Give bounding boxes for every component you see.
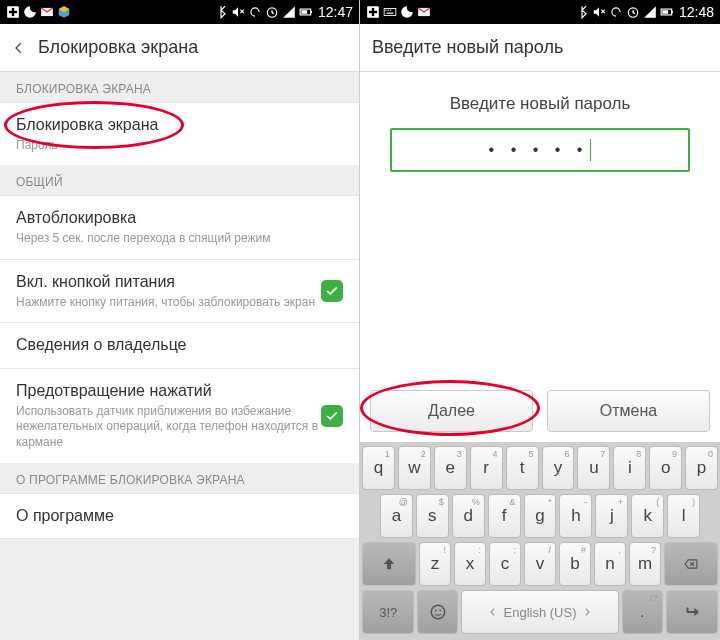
svg-rect-12 <box>385 10 386 11</box>
key-a[interactable]: a@ <box>380 494 413 538</box>
moon-icon <box>400 5 414 19</box>
plus-icon <box>6 5 20 19</box>
key-b[interactable]: b# <box>559 542 591 586</box>
svg-rect-19 <box>672 11 673 13</box>
status-bar: 12:48 <box>360 0 720 24</box>
page-title: Блокировка экрана <box>38 37 198 58</box>
item-sub: Пароль <box>16 138 343 154</box>
key-m[interactable]: m? <box>629 542 661 586</box>
key-y[interactable]: y6 <box>542 446 575 490</box>
back-icon[interactable] <box>12 41 26 55</box>
checkbox-checked-icon[interactable] <box>321 280 343 302</box>
keyboard-icon <box>383 5 397 19</box>
section-lock: БЛОКИРОВКА ЭКРАНА <box>0 72 359 102</box>
svg-rect-2 <box>9 11 17 13</box>
svg-rect-20 <box>662 10 668 14</box>
key-j[interactable]: j+ <box>595 494 628 538</box>
item-auto-lock[interactable]: Автоблокировка Через 5 сек. после перехо… <box>0 195 359 258</box>
battery-icon <box>660 5 674 19</box>
key-n[interactable]: n, <box>594 542 626 586</box>
password-input[interactable]: • • • • • <box>390 128 690 172</box>
symbols-key[interactable]: 3!? <box>362 590 414 634</box>
item-owner-info[interactable]: Сведения о владельце <box>0 322 359 368</box>
app-bar: Введите новый пароль <box>360 24 720 72</box>
svg-point-21 <box>431 605 445 619</box>
key-h[interactable]: h- <box>559 494 592 538</box>
svg-rect-14 <box>390 10 391 11</box>
svg-rect-6 <box>311 11 312 13</box>
item-power-button-lock[interactable]: Вкл. кнопкой питания Нажмите кнопку пита… <box>0 259 359 322</box>
svg-rect-15 <box>387 13 394 14</box>
svg-point-22 <box>435 610 437 612</box>
emoji-key[interactable] <box>417 590 458 634</box>
battery-icon <box>299 5 313 19</box>
alarm-icon <box>265 5 279 19</box>
key-v[interactable]: v/ <box>524 542 556 586</box>
svg-rect-10 <box>369 11 377 13</box>
item-title: Блокировка экрана <box>16 115 343 136</box>
cancel-button[interactable]: Отмена <box>547 390 710 432</box>
shift-key[interactable] <box>362 542 416 586</box>
key-x[interactable]: x: <box>454 542 486 586</box>
key-q[interactable]: q1 <box>362 446 395 490</box>
key-l[interactable]: l) <box>667 494 700 538</box>
password-dots: • • • • • <box>489 141 589 159</box>
next-button[interactable]: Далее <box>370 390 533 432</box>
item-lock-screen[interactable]: Блокировка экрана Пароль <box>0 102 359 165</box>
soft-keyboard: q1w2e3r4t5y6u7i8o9p0 a@s$d%f&g*h-j+k(l) … <box>360 442 720 640</box>
bluetooth-icon <box>575 5 589 19</box>
enter-key[interactable] <box>666 590 718 634</box>
phone-settings: 12:47 Блокировка экрана БЛОКИРОВКА ЭКРАН… <box>0 0 360 640</box>
key-d[interactable]: d% <box>452 494 485 538</box>
sync-icon <box>609 5 623 19</box>
app-bar: Блокировка экрана <box>0 24 359 72</box>
key-u[interactable]: u7 <box>577 446 610 490</box>
page-title: Введите новый пароль <box>372 37 563 58</box>
key-p[interactable]: p0 <box>685 446 718 490</box>
svg-rect-13 <box>388 10 389 11</box>
key-e[interactable]: e3 <box>434 446 467 490</box>
item-about[interactable]: О программе <box>0 493 359 540</box>
item-prevent-touch[interactable]: Предотвращение нажатий Использовать датч… <box>0 368 359 463</box>
settings-list[interactable]: БЛОКИРОВКА ЭКРАНА Блокировка экрана Паро… <box>0 72 359 640</box>
signal-icon <box>282 5 296 19</box>
mail-icon <box>40 5 54 19</box>
sync-icon <box>248 5 262 19</box>
key-f[interactable]: f& <box>488 494 521 538</box>
bluetooth-icon <box>214 5 228 19</box>
checkbox-checked-icon[interactable] <box>321 405 343 427</box>
clock-text: 12:47 <box>318 4 353 20</box>
mute-icon <box>231 5 245 19</box>
cube-icon <box>57 5 71 19</box>
moon-icon <box>23 5 37 19</box>
password-prompt: Введите новый пароль <box>360 94 720 114</box>
plus-icon <box>366 5 380 19</box>
key-o[interactable]: o9 <box>649 446 682 490</box>
mail-icon <box>417 5 431 19</box>
clock-text: 12:48 <box>679 4 714 20</box>
key-z[interactable]: z! <box>419 542 451 586</box>
backspace-key[interactable] <box>664 542 718 586</box>
mute-icon <box>592 5 606 19</box>
key-g[interactable]: g* <box>524 494 557 538</box>
button-row: Далее Отмена <box>360 384 720 442</box>
key-w[interactable]: w2 <box>398 446 431 490</box>
phone-password: 12:48 Введите новый пароль Введите новый… <box>360 0 720 640</box>
section-about: О ПРОГРАММЕ БЛОКИРОВКА ЭКРАНА <box>0 463 359 493</box>
key-r[interactable]: r4 <box>470 446 503 490</box>
key-s[interactable]: s$ <box>416 494 449 538</box>
text-cursor <box>590 139 591 161</box>
key-k[interactable]: k( <box>631 494 664 538</box>
period-key[interactable]: .!? <box>622 590 663 634</box>
space-key[interactable]: English (US) <box>461 590 618 634</box>
svg-point-23 <box>439 610 441 612</box>
signal-icon <box>643 5 657 19</box>
section-general: ОБЩИЙ <box>0 165 359 195</box>
alarm-icon <box>626 5 640 19</box>
status-bar: 12:47 <box>0 0 359 24</box>
svg-rect-7 <box>301 10 307 14</box>
key-c[interactable]: c; <box>489 542 521 586</box>
key-i[interactable]: i8 <box>613 446 646 490</box>
svg-rect-11 <box>384 9 396 16</box>
key-t[interactable]: t5 <box>506 446 539 490</box>
